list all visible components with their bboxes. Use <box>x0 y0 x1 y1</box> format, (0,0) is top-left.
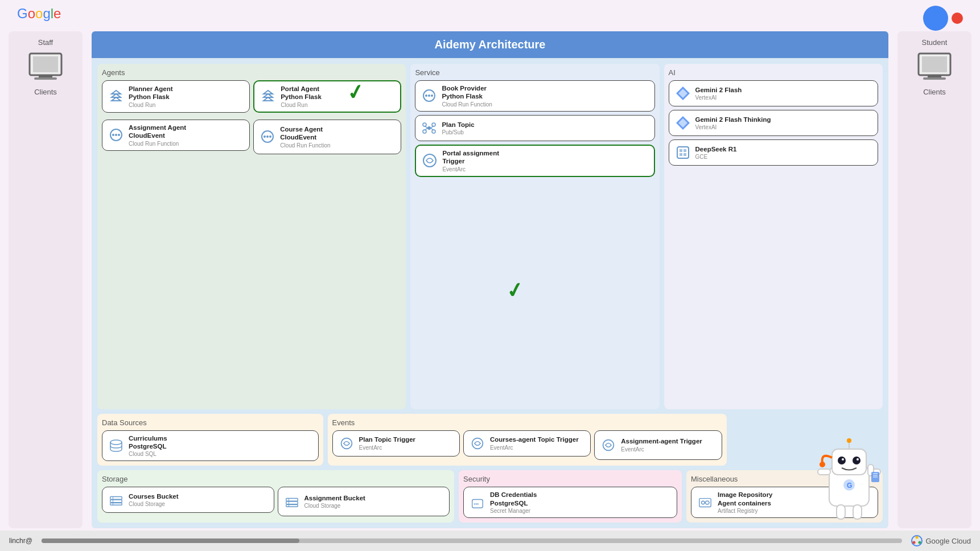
portal-agent-card[interactable]: Portal AgentPython Flask Cloud Run <box>253 80 401 113</box>
plan-topic-title: Plan Topic <box>442 121 649 129</box>
svg-rect-59 <box>928 75 941 77</box>
book-provider-card[interactable]: Book ProviderPython Flask Cloud Run Func… <box>415 80 654 112</box>
svg-rect-50 <box>286 501 297 504</box>
svg-rect-38 <box>683 149 686 152</box>
courses-bucket-card[interactable]: Courses Bucket Cloud Storage <box>102 487 274 513</box>
svg-text:***: *** <box>474 501 479 507</box>
curriculums-sub: Cloud SQL <box>129 451 314 457</box>
gemini-thinking-card[interactable]: Gemini 2 Flash Thinking VertexAI <box>669 110 878 136</box>
gemini-flash-icon <box>674 84 692 102</box>
course-agent-icon <box>258 128 277 146</box>
svg-rect-73 <box>853 505 862 519</box>
courses-agent-trigger-title: Courses-agent Topic Trigger <box>490 435 586 443</box>
assignment-bucket-sub: Cloud Storage <box>304 503 445 509</box>
image-repo-icon <box>696 494 714 512</box>
svg-point-17 <box>269 135 271 138</box>
gemini-flash-card[interactable]: Gemini 2 Flash VertexAI <box>669 80 878 106</box>
bottom-bar: linchr@ Google Cloud <box>0 531 980 551</box>
gemini-flash-body: Gemini 2 Flash VertexAI <box>695 86 873 101</box>
portal-agent-body: Portal AgentPython Flask Cloud Run <box>281 85 396 108</box>
deepseek-title: DeepSeek R1 <box>695 145 873 153</box>
arch-header: Aidemy Architecture <box>92 31 888 58</box>
deepseek-card[interactable]: DeepSeek R1 GCE <box>669 139 878 166</box>
gc-label: Google Cloud <box>926 537 971 545</box>
assignment-agent-title: Assignment AgentCloudEvent <box>129 124 245 140</box>
storage-cards: Courses Bucket Cloud Storage <box>102 487 450 516</box>
service-section: Service Book ProviderPytho <box>410 64 659 409</box>
security-label: Security <box>463 475 677 483</box>
courses-agent-trigger-card[interactable]: Courses-agent Topic Trigger EventArc <box>463 430 591 457</box>
plan-topic-trigger-title: Plan Topic Trigger <box>359 435 455 443</box>
svg-point-13 <box>118 134 120 136</box>
svg-point-12 <box>115 134 117 136</box>
planner-agent-card[interactable]: Planner AgentPython Flask Cloud Run <box>102 80 250 113</box>
agents-cards: Planner AgentPython Flask Cloud Run <box>102 80 401 154</box>
db-credentials-card[interactable]: *** DB CredentialsPostgreSQL Secret Mana… <box>463 487 677 518</box>
deepseek-body: DeepSeek R1 GCE <box>695 145 873 160</box>
events-label: Events <box>332 418 722 427</box>
storage-section: Storage <box>97 470 454 523</box>
service-label: Service <box>415 68 654 77</box>
svg-rect-1 <box>33 56 58 72</box>
portal-trigger-card[interactable]: Portal assignmentTrigger EventArc <box>415 145 654 177</box>
svg-rect-46 <box>110 500 122 503</box>
svg-rect-37 <box>680 149 682 152</box>
student-client-box: Clients <box>915 50 954 96</box>
portal-agent-sub: Cloud Run <box>281 102 396 108</box>
plan-topic-card[interactable]: Plan Topic Pub/Sub <box>415 115 654 141</box>
planner-agent-body: Planner AgentPython Flask Cloud Run <box>129 85 245 108</box>
gemini-flash-title: Gemini 2 Flash <box>695 86 873 94</box>
course-agent-card[interactable]: Course AgentCloudEvent Cloud Run Functio… <box>253 120 401 154</box>
deepseek-sub: GCE <box>695 154 873 160</box>
portal-agent-title: Portal AgentPython Flask <box>281 85 396 101</box>
portal-trigger-icon <box>421 151 439 170</box>
curriculums-card[interactable]: CurriculumsPostgreSQL Cloud SQL <box>102 430 319 462</box>
svg-rect-36 <box>677 147 689 158</box>
svg-point-41 <box>110 440 122 445</box>
svg-rect-45 <box>110 497 122 500</box>
svg-point-82 <box>912 541 915 544</box>
plan-topic-trigger-icon <box>337 434 356 453</box>
book-provider-title: Book ProviderPython Flask <box>442 84 649 101</box>
svg-rect-3 <box>34 77 57 80</box>
student-client-icon <box>915 50 954 84</box>
svg-point-11 <box>112 134 114 136</box>
portal-agent-icon <box>259 87 277 105</box>
assignment-agent-trigger-sub: EventArc <box>621 446 717 453</box>
assignment-agent-body: Assignment AgentCloudEvent Cloud Run Fun… <box>129 124 245 147</box>
svg-rect-40 <box>683 153 686 156</box>
svg-point-15 <box>263 135 266 138</box>
course-agent-body: Course AgentCloudEvent Cloud Run Functio… <box>280 125 396 149</box>
gemini-thinking-title: Gemini 2 Flash Thinking <box>695 116 873 124</box>
agents-section: Agents Pla <box>97 64 406 409</box>
course-agent-title: Course AgentCloudEvent <box>280 125 396 142</box>
robot-illustration: G <box>809 435 889 526</box>
plan-topic-trigger-card[interactable]: Plan Topic Trigger EventArc <box>332 430 460 457</box>
svg-point-63 <box>838 457 846 464</box>
svg-point-16 <box>266 135 269 138</box>
planner-agent-sub: Cloud Run <box>129 102 245 108</box>
assignment-agent-trigger-card[interactable]: Assignment-agent Trigger EventArc <box>594 430 722 460</box>
student-panel: Student Clients <box>897 31 971 528</box>
assignment-agent-card[interactable]: Assignment AgentCloudEvent Cloud Run Fun… <box>102 120 250 151</box>
svg-point-42 <box>341 438 352 449</box>
svg-point-43 <box>472 438 483 449</box>
plan-topic-icon <box>420 119 438 137</box>
plan-topic-body: Plan Topic Pub/Sub <box>442 121 649 135</box>
svg-rect-47 <box>110 503 122 505</box>
portal-trigger-body: Portal assignmentTrigger EventArc <box>442 149 649 172</box>
svg-point-19 <box>425 94 427 97</box>
datasources-label: Data Sources <box>102 418 319 427</box>
assignment-agent-trigger-title: Assignment-agent Trigger <box>621 437 717 445</box>
svg-point-68 <box>847 438 851 443</box>
curriculums-icon <box>107 437 125 455</box>
assignment-bucket-card[interactable]: Assignment Bucket Cloud Storage <box>278 487 450 516</box>
courses-bucket-sub: Cloud Storage <box>129 501 269 507</box>
planner-agent-icon <box>107 87 125 105</box>
courses-bucket-title: Courses Bucket <box>129 492 269 500</box>
arch-title: Aidemy Architecture <box>435 38 546 51</box>
book-provider-sub: Cloud Run Function <box>442 101 649 108</box>
row-top: Agents Pla <box>97 64 883 409</box>
assignment-agent-trigger-icon <box>599 436 617 454</box>
security-section: Security *** DB CredentialsPostgreSQL Se… <box>459 470 682 523</box>
